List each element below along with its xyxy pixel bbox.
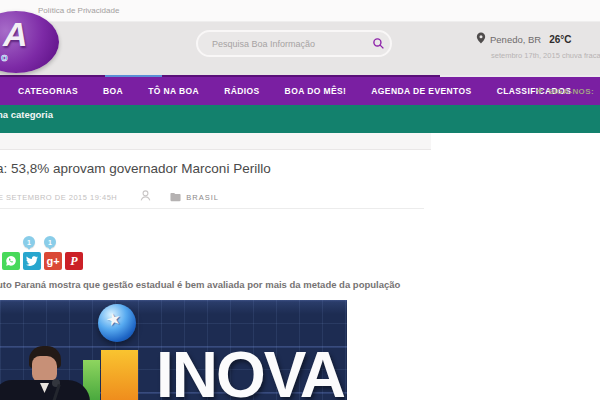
weather-widget: Penedo, BR 26°C setembro 17th, 2015 chuv… — [476, 30, 600, 60]
search-input[interactable] — [198, 39, 366, 49]
page: Política de Privacidade Penedo, BR 26°C — [0, 0, 600, 400]
search-box — [196, 30, 392, 57]
article-date: E SETEMBRO DE 2015 19:45H — [0, 193, 117, 202]
author-icon — [139, 188, 152, 206]
twitter-share-count-badge: 1 — [23, 236, 35, 248]
logo-letter: A — [3, 15, 28, 54]
article-category-link[interactable]: BRASIL — [186, 193, 219, 202]
article-photo: ★ INOVA — [0, 300, 347, 400]
inova-logo-sphere: ★ — [98, 304, 136, 342]
top-utility-bar: Política de Privacidade — [0, 0, 600, 22]
photo-big-word: INOVA — [156, 338, 344, 400]
category-folder-icon — [170, 188, 181, 206]
article-meta: E SETEMBRO DE 2015 19:45H BRASIL — [0, 190, 219, 204]
category-banner-text: na categoria — [0, 109, 53, 120]
nav-item-boa[interactable]: BOA — [103, 86, 123, 96]
whatsapp-share-button[interactable] — [2, 252, 20, 270]
privacy-policy-link[interactable]: Política de Privacidade — [38, 6, 119, 15]
nav-item-to-na-boa[interactable]: TÔ NA BOA — [148, 86, 199, 96]
nav-item-agenda-de-eventos[interactable]: AGENDA DE EVENTOS — [371, 86, 471, 96]
pinterest-share-button[interactable]: P — [65, 252, 83, 270]
googleplus-share-button[interactable]: g+ — [44, 252, 62, 270]
inova-logo-bar-orange — [101, 350, 138, 400]
star-icon: ★ — [104, 307, 124, 331]
nav-item-radios[interactable]: RÁDIOS — [224, 86, 259, 96]
search-icon[interactable] — [366, 36, 390, 52]
site-header: Penedo, BR 26°C setembro 17th, 2015 chuv… — [0, 22, 600, 75]
article-title: a: 53,8% aprovam governador Marconi Peri… — [0, 161, 516, 176]
twitter-share-button[interactable] — [23, 252, 41, 270]
nav-item-categorias[interactable]: CATEGORIAS — [18, 86, 78, 96]
weather-detail: setembro 17th, 2015 chuva fraca — [491, 51, 600, 60]
content-toolbar-band — [0, 133, 431, 150]
nav-item-boa-do-mes[interactable]: BOA DO MÊS! — [285, 86, 347, 96]
main-navigation: CATEGORIAS BOA TÔ NA BOA RÁDIOS BOA DO M… — [0, 75, 600, 105]
logo-subtext: o — [1, 51, 8, 63]
weather-location: Penedo, BR — [490, 34, 541, 45]
category-banner: na categoria — [0, 105, 600, 133]
follow-us-link[interactable]: + SIGA-NOS: — [536, 77, 594, 105]
weather-temperature: 26°C — [549, 34, 571, 45]
article-excerpt: uto Paraná mostra que gestão estadual é … — [0, 279, 517, 290]
follow-us-label: SIGA-NOS: — [548, 87, 594, 96]
section-divider — [0, 208, 424, 209]
location-pin-icon — [476, 30, 486, 48]
plus-icon: + — [536, 84, 543, 98]
gplus-share-count-badge: 1 — [44, 236, 56, 248]
